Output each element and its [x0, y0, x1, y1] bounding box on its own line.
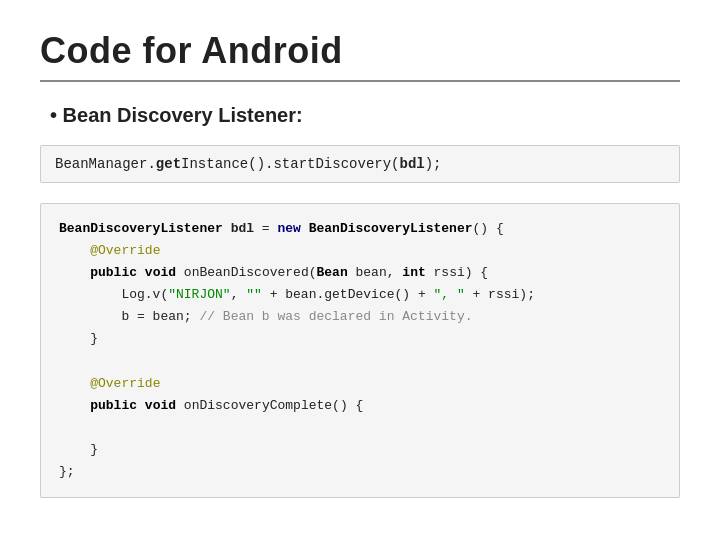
- code-line: }: [59, 328, 661, 350]
- code-line: [59, 417, 661, 439]
- code-line: public void onDiscoveryComplete() {: [59, 395, 661, 417]
- code-block: BeanDiscoveryListener bdl = new BeanDisc…: [40, 203, 680, 498]
- code-line: @Override: [59, 240, 661, 262]
- code-line: b = bean; // Bean b was declared in Acti…: [59, 306, 661, 328]
- code-line: };: [59, 461, 661, 483]
- code-line: [59, 351, 661, 373]
- code-line: @Override: [59, 373, 661, 395]
- code-line: }: [59, 439, 661, 461]
- page-title: Code for Android: [40, 30, 680, 82]
- single-line-code: BeanManager.getInstance().startDiscovery…: [40, 145, 680, 183]
- bullet-listener: • Bean Discovery Listener:: [50, 104, 680, 127]
- code-line: Log.v("NIRJON", "" + bean.getDevice() + …: [59, 284, 661, 306]
- code-line: public void onBeanDiscovered(Bean bean, …: [59, 262, 661, 284]
- code-text: BeanManager.getInstance().startDiscovery…: [55, 156, 442, 172]
- code-line: BeanDiscoveryListener bdl = new BeanDisc…: [59, 218, 661, 240]
